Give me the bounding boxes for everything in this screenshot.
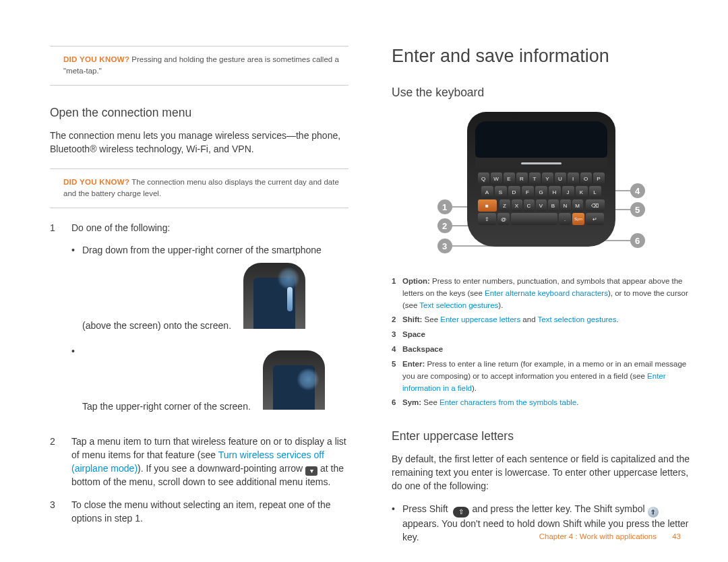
step-text: To close the menu without selecting an i… [71, 499, 348, 526]
tip-meta-tap: DID YOU KNOW? Pressing and holding the g… [50, 46, 348, 85]
step-text: Tap a menu item to turn that wireless fe… [71, 435, 348, 489]
bullet-drag-down: Drag down from the upper-right corner of… [71, 244, 348, 338]
shift-symbol-icon: ⇧ [648, 507, 659, 518]
key-option: ■ [478, 199, 497, 212]
key-letter: O [580, 173, 592, 185]
left-column: DID YOU KNOW? Pressing and holding the g… [50, 46, 348, 551]
key-letter: S [495, 186, 507, 198]
link-text-selection[interactable]: Text selection gestures [419, 301, 498, 309]
footer-page-number: 43 [672, 532, 681, 540]
key-letter: G [535, 186, 547, 198]
keyboard-body: QWERTYUIOP ASDFGHJKL ■ ZXCVBNM ⌫ ⇧ @ . S… [467, 112, 615, 247]
key-enter: ↵ [586, 213, 605, 225]
key-letter: Y [542, 173, 553, 185]
key-letter: W [491, 173, 502, 185]
link-uppercase[interactable]: Enter uppercase letters [440, 315, 520, 323]
step-2: 2 Tap a menu item to turn that wireless … [50, 435, 348, 489]
steps-list: 1 Do one of the following: Drag down fro… [50, 222, 348, 526]
key-letter: B [548, 199, 559, 212]
gesture-ring-icon [297, 368, 320, 391]
key-letter: V [536, 199, 547, 212]
gesture-arrow-icon [287, 287, 293, 311]
step-1: 1 Do one of the following: Drag down fro… [50, 222, 348, 427]
key-letter: C [524, 199, 535, 212]
footer-chapter: Chapter 4 : Work with applications [539, 532, 657, 540]
key-sym: Sym [572, 213, 584, 225]
gesture-area [475, 158, 607, 168]
key-letter: X [512, 199, 522, 212]
step-text: Do one of the following: [71, 222, 348, 235]
tip-connection-menu: DID YOU KNOW? The connection menu also d… [50, 169, 348, 208]
callout-4: 4 [630, 183, 645, 198]
key-at: @ [497, 213, 510, 225]
divider [50, 85, 348, 86]
step-number: 3 [50, 499, 71, 526]
heading-uppercase: Enter uppercase letters [392, 429, 690, 443]
legend-row-4: 4 Backspace [392, 344, 690, 356]
heading-use-keyboard: Use the keyboard [392, 86, 690, 100]
divider [50, 208, 348, 208]
link-text-selection[interactable]: Text selection gestures [538, 315, 617, 323]
paragraph-connection-intro: The connection menu lets you manage wire… [50, 129, 348, 156]
figure-drag-gesture [243, 263, 305, 329]
figure-tap-gesture [263, 350, 325, 410]
gesture-ring-icon [277, 267, 300, 290]
key-letter: A [481, 186, 493, 198]
legend-row-2: 2 Shift: See Enter uppercase letters and… [392, 314, 690, 326]
key-letter: J [562, 186, 574, 198]
key-letter: R [516, 173, 528, 185]
callout-1: 1 [437, 199, 452, 214]
page-footer: Chapter 4 : Work with applications 43 [539, 532, 681, 540]
key-letter: U [555, 173, 566, 185]
key-backspace: ⌫ [586, 199, 605, 212]
key-letter: L [589, 186, 601, 198]
heading-open-connection-menu: Open the connection menu [50, 106, 348, 120]
step-number: 2 [50, 435, 71, 489]
keyboard-legend: 1 Option: Press to enter numbers, punctu… [392, 276, 690, 409]
figure-keyboard-diagram: 1 2 3 4 5 6 QWERTYUIOP ASDFGHJKL ■ [433, 112, 649, 257]
right-column: Enter and save information Use the keybo… [392, 46, 690, 551]
tip-label: DID YOU KNOW? [63, 178, 129, 186]
legend-row-6: 6 Sym: See Enter characters from the sym… [392, 397, 690, 409]
down-arrow-icon: ▾ [305, 466, 317, 476]
legend-row-1: 1 Option: Press to enter numbers, punctu… [392, 276, 690, 311]
heading-enter-save-info: Enter and save information [392, 46, 690, 67]
key-letter: K [576, 186, 588, 198]
key-letter: D [508, 186, 520, 198]
key-shift: ⇧ [478, 213, 497, 225]
bullet-tap-corner: Tap the upper-right corner of the screen… [71, 345, 348, 419]
key-letter: T [529, 173, 541, 185]
tip-label: DID YOU KNOW? [63, 55, 129, 63]
link-symbols-table[interactable]: Enter characters from the symbols table [439, 398, 576, 406]
key-letter: H [549, 186, 561, 198]
paragraph-uppercase: By default, the first letter of each sen… [392, 453, 690, 493]
callout-5: 5 [630, 202, 645, 217]
key-letter: E [504, 173, 515, 185]
key-space [511, 213, 557, 225]
key-letter: I [568, 173, 579, 185]
legend-row-5: 5 Enter: Press to enter a line return (f… [392, 358, 690, 394]
callout-3: 3 [437, 239, 452, 253]
key-letter: Q [478, 173, 489, 185]
key-letter: M [572, 199, 583, 212]
key-letter: Z [499, 199, 510, 212]
callout-6: 6 [630, 233, 645, 248]
legend-row-3: 3 Space [392, 329, 690, 341]
key-letter: F [522, 186, 534, 198]
key-letter: P [593, 173, 605, 185]
screen-edge [475, 121, 607, 158]
step-3: 3 To close the menu without selecting an… [50, 499, 348, 526]
key-period: . [559, 213, 571, 225]
link-alt-chars[interactable]: Enter alternate keyboard characters [485, 289, 608, 297]
step-number: 1 [50, 222, 71, 427]
physical-keys: QWERTYUIOP ASDFGHJKL ■ ZXCVBNM ⌫ ⇧ @ . S… [475, 168, 607, 225]
callout-2: 2 [437, 218, 452, 233]
key-letter: N [560, 199, 571, 212]
shift-key-icon: ⇧ [453, 507, 469, 518]
